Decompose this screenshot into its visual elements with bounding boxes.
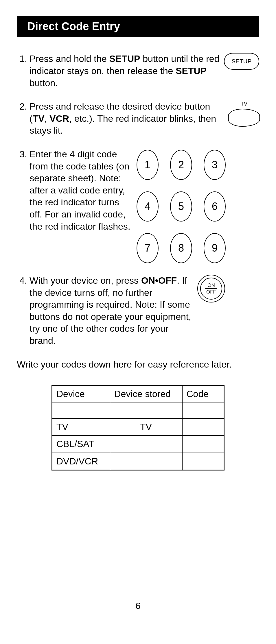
- step-1: 1. Press and hold the SETUP button until…: [17, 53, 259, 89]
- key-4: 4: [137, 191, 159, 222]
- step-3: 3. Enter the 4 digit code from the code …: [17, 148, 259, 263]
- key-7: 7: [137, 233, 159, 263]
- on-label: ON: [207, 283, 215, 288]
- codes-table: Device Device stored Code TV TV CBL/SAT …: [51, 385, 225, 470]
- step-number: 2.: [17, 101, 30, 113]
- table-row: CBL/SAT: [52, 436, 224, 453]
- reference-note: Write your codes down here for easy refe…: [17, 359, 259, 371]
- key-9: 9: [204, 233, 226, 263]
- step-number: 3.: [17, 148, 30, 160]
- key-5: 5: [170, 191, 192, 222]
- step-number: 4.: [17, 275, 30, 287]
- setup-button-icon: SETUP: [224, 53, 259, 70]
- key-1: 1: [137, 150, 159, 180]
- step-2: 2. Press and release the desired device …: [17, 101, 259, 137]
- header-stored: Device stored: [110, 385, 182, 403]
- key-6: 6: [204, 191, 226, 222]
- step-icon: SETUP: [224, 53, 259, 70]
- page-content: Direct Code Entry 1. Press and hold the …: [0, 0, 276, 470]
- key-2: 2: [170, 150, 192, 180]
- tv-label: TV: [241, 101, 247, 107]
- step-4: 4. With your device on, press ON•OFF. If…: [17, 275, 259, 347]
- table-row: DVD/VCR: [52, 453, 224, 470]
- step-icon: 1 2 3 4 5 6 7 8 9: [137, 148, 226, 263]
- step-text: Press and hold the SETUP button until th…: [30, 53, 224, 89]
- tv-button-icon: [228, 109, 260, 127]
- step-number: 1.: [17, 53, 30, 65]
- key-3: 3: [204, 150, 226, 180]
- table-header-row: Device Device stored Code: [52, 385, 224, 403]
- key-8: 8: [170, 233, 192, 263]
- page-number: 6: [0, 600, 276, 612]
- table-row: TV TV: [52, 418, 224, 436]
- step-text: Enter the 4 digit code from the code tab…: [30, 148, 137, 232]
- keypad-icon: 1 2 3 4 5 6 7 8 9: [137, 150, 226, 263]
- step-text: Press and release the desired device but…: [30, 101, 229, 137]
- section-title: Direct Code Entry: [17, 16, 259, 37]
- table-row: [52, 403, 224, 418]
- header-code: Code: [182, 385, 224, 403]
- onoff-button-icon: ON OFF: [197, 275, 225, 302]
- off-label: OFF: [206, 289, 216, 294]
- header-device: Device: [52, 385, 110, 403]
- step-icon: ON OFF: [197, 275, 225, 302]
- step-text: With your device on, press ON•OFF. If th…: [30, 275, 197, 347]
- step-icon: TV: [229, 101, 259, 126]
